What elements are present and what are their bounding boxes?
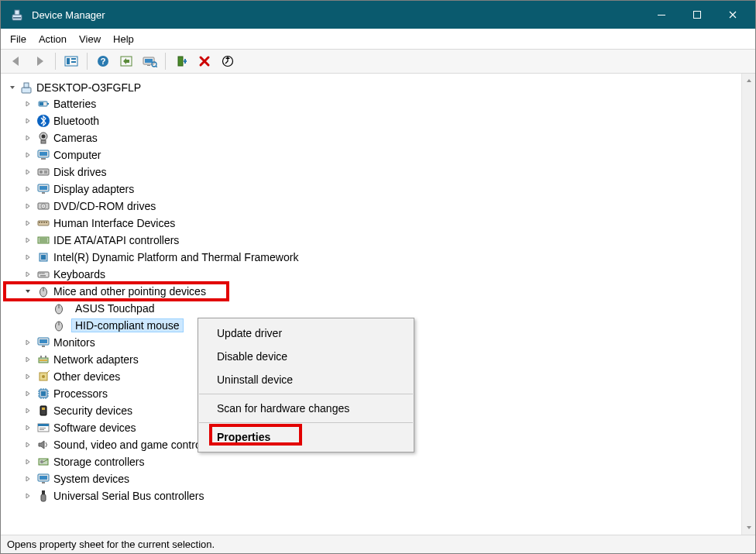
close-button[interactable] [715, 3, 751, 26]
category-icon [36, 97, 50, 111]
category-icon [36, 131, 50, 145]
svg-rect-52 [40, 273, 42, 274]
menu-action[interactable]: Action [39, 33, 67, 45]
maximize-button[interactable] [679, 3, 715, 26]
caret-down-icon[interactable] [22, 286, 33, 297]
caret-right-icon[interactable] [22, 456, 33, 467]
device-label: HID-compliant mouse [72, 319, 183, 332]
app-icon [10, 8, 24, 22]
toolbar-add-hardware-button[interactable] [170, 51, 192, 71]
ctx-uninstall-device[interactable]: Uninstall device [198, 368, 414, 391]
caret-right-icon[interactable] [22, 388, 33, 399]
caret-right-icon[interactable] [22, 269, 33, 280]
tree-category[interactable]: Universal Serial Bus controllers [7, 487, 755, 504]
category-icon [36, 472, 50, 486]
category-label: Keyboards [53, 268, 105, 280]
svg-text:?: ? [101, 57, 106, 66]
toolbar-scan-button[interactable] [139, 51, 160, 71]
category-icon [36, 199, 50, 213]
caret-right-icon[interactable] [22, 354, 33, 365]
svg-rect-49 [41, 255, 46, 260]
svg-rect-53 [42, 273, 43, 274]
tree-category[interactable]: Bluetooth [7, 112, 755, 129]
menu-file[interactable]: File [10, 33, 26, 45]
svg-rect-84 [42, 490, 45, 494]
caret-right-icon[interactable] [22, 405, 33, 416]
ctx-scan-hardware[interactable]: Scan for hardware changes [198, 397, 414, 420]
scroll-up-arrow[interactable] [742, 74, 756, 88]
category-label: Sound, video and game controllers [53, 439, 221, 451]
tree-category[interactable]: Storage controllers [7, 453, 755, 470]
tree-category[interactable]: Cameras [7, 129, 755, 146]
toolbar-show-tree-button[interactable] [60, 51, 82, 71]
toolbar-help-button[interactable]: ? [92, 51, 114, 71]
caret-right-icon[interactable] [22, 184, 33, 194]
category-label: Storage controllers [53, 456, 145, 468]
scroll-down-arrow[interactable] [742, 521, 756, 535]
tree-category[interactable]: Keyboards [7, 266, 755, 283]
ctx-properties[interactable]: Properties [198, 425, 414, 449]
category-label: Security devices [53, 404, 132, 417]
caret-down-icon[interactable] [7, 82, 18, 93]
tree-category[interactable]: IDE ATA/ATAPI controllers [7, 232, 755, 249]
tree-category[interactable]: Computer [7, 146, 755, 163]
svg-rect-2 [13, 17, 21, 19]
toolbar-forward-button[interactable] [29, 51, 50, 71]
category-icon [36, 182, 50, 196]
menu-view[interactable]: View [79, 33, 101, 45]
category-icon [36, 353, 50, 366]
tree-device[interactable]: ASUS Touchpad [7, 300, 755, 317]
caret-right-icon[interactable] [22, 201, 33, 212]
category-icon [36, 284, 50, 298]
toolbar-update-button[interactable] [217, 51, 239, 71]
caret-right-icon[interactable] [22, 98, 33, 109]
caret-right-icon[interactable] [22, 422, 33, 433]
toolbar-uninstall-button[interactable] [194, 51, 215, 71]
svg-rect-43 [39, 222, 40, 223]
category-label: Batteries [53, 98, 96, 110]
caret-right-icon[interactable] [22, 371, 33, 382]
ctx-disable-device[interactable]: Disable device [198, 345, 414, 368]
tree-root[interactable]: DESKTOP-O3FGFLP [7, 80, 755, 95]
ctx-update-driver[interactable]: Update driver [198, 322, 414, 345]
category-icon [36, 267, 50, 281]
tree-category[interactable]: Batteries [7, 95, 755, 112]
caret-right-icon[interactable] [22, 132, 33, 143]
svg-rect-72 [41, 391, 46, 396]
svg-rect-14 [147, 65, 150, 66]
caret-right-icon[interactable] [22, 235, 33, 246]
toolbar-back-button[interactable] [5, 51, 27, 71]
tree-category[interactable]: DVD/CD-ROM drives [7, 198, 755, 215]
svg-rect-74 [42, 408, 45, 410]
svg-rect-8 [71, 61, 76, 63]
svg-rect-77 [40, 428, 46, 428]
category-label: Human Interface Devices [53, 217, 175, 229]
svg-rect-32 [41, 158, 46, 160]
svg-rect-83 [42, 482, 45, 483]
caret-right-icon[interactable] [22, 218, 33, 229]
tree-category[interactable]: Display adapters [7, 181, 755, 198]
tree-category[interactable]: Human Interface Devices [7, 215, 755, 232]
caret-right-icon[interactable] [22, 337, 33, 348]
caret-right-icon[interactable] [22, 167, 33, 177]
caret-right-icon[interactable] [22, 439, 33, 450]
tree-category[interactable]: Disk drives [7, 163, 755, 181]
caret-right-icon[interactable] [22, 473, 33, 484]
mouse-icon [52, 318, 66, 332]
caret-right-icon[interactable] [22, 115, 33, 126]
minimize-button[interactable] [644, 3, 679, 26]
caret-right-icon[interactable] [22, 252, 33, 263]
tree-category[interactable]: Intel(R) Dynamic Platform and Thermal Fr… [7, 249, 755, 266]
tree-category[interactable]: Mice and other pointing devices [7, 283, 755, 300]
menu-help[interactable]: Help [113, 33, 134, 45]
caret-right-icon[interactable] [22, 490, 33, 501]
category-label: System devices [53, 473, 129, 485]
device-tree[interactable]: DESKTOP-O3FGFLP BatteriesBluetoothCamera… [1, 74, 755, 535]
computer-icon [19, 81, 33, 95]
svg-rect-54 [43, 273, 45, 274]
toolbar-actions-button[interactable] [115, 51, 137, 71]
svg-rect-45 [43, 222, 45, 223]
tree-category[interactable]: System devices [7, 470, 755, 487]
vertical-scrollbar[interactable] [741, 74, 755, 535]
caret-right-icon[interactable] [22, 150, 33, 160]
